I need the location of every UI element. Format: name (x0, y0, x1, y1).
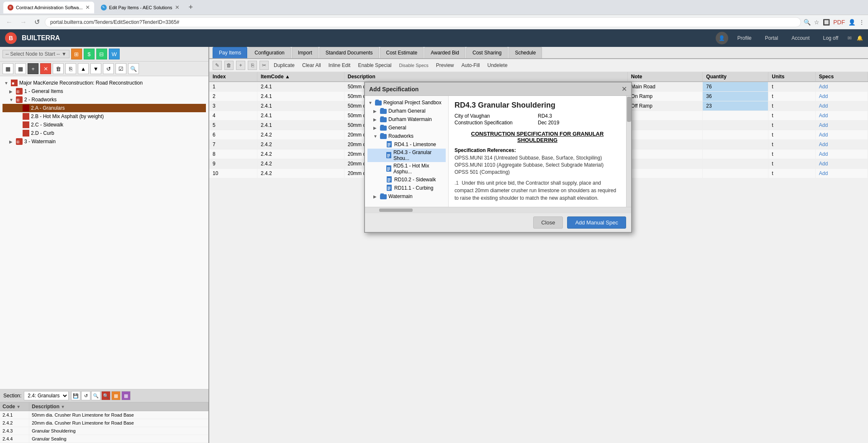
section-grid-btn[interactable]: ▦ (121, 391, 131, 400)
undelete-link[interactable]: Undelete (485, 62, 510, 68)
add-spec-link[interactable]: Add (819, 161, 828, 167)
inactive-tab[interactable]: ✎ Edit Pay Items - AEC Solutions ✕ (97, 2, 184, 13)
cell-specs[interactable]: Add (815, 149, 868, 159)
modal-tree-general[interactable]: ▶ General (367, 124, 446, 132)
cell-qty[interactable] (703, 159, 768, 169)
section-red-btn[interactable]: 🔍 (101, 391, 110, 400)
modal-tree-rd4-3[interactable]: RD4.3 - Granular Shou... (367, 149, 446, 162)
cell-specs[interactable]: Add (815, 92, 868, 101)
add-spec-link[interactable]: Add (819, 103, 828, 109)
section-save-btn[interactable]: 💾 (71, 391, 80, 400)
desc-filter-icon[interactable]: ▼ (61, 404, 65, 409)
add-spec-link[interactable]: Add (819, 113, 828, 118)
add-spec-link[interactable]: Add (819, 142, 828, 147)
modal-tree-rd10-2[interactable]: RD10.2 - Sidewalk (367, 175, 446, 184)
modal-tree-rd4-1[interactable]: RD4.1 - Limestone (367, 140, 446, 149)
toolbar-trash-btn[interactable]: 🗑 (53, 63, 64, 74)
modal-tree-regional[interactable]: ▼ Regional Project Sandbox (367, 98, 446, 107)
add-spec-link[interactable]: Add (819, 151, 828, 157)
portal-link[interactable]: Portal (761, 33, 782, 43)
toolbar-table-btn[interactable]: ⊟ (96, 49, 107, 59)
code-row-1[interactable]: 2.4.2 20mm dia. Crusher Run Limestone fo… (0, 419, 208, 427)
toolbar-grid-btn[interactable]: ⊞ (71, 49, 82, 59)
add-spec-link[interactable]: Add (819, 93, 828, 99)
modal-tree-rd5-1[interactable]: RD5.1 - Hot Mix Asphu... (367, 162, 446, 175)
disable-specs-link[interactable]: Disable Specs (396, 63, 431, 68)
cell-qty[interactable] (703, 169, 768, 178)
edit-icon[interactable]: ✎ (213, 61, 222, 70)
toolbar-refresh-btn[interactable]: ↺ (103, 63, 114, 74)
toolbar-up-btn[interactable]: ▲ (78, 63, 89, 74)
cell-qty[interactable] (703, 111, 768, 121)
notification-icon[interactable]: 🔔 (857, 35, 863, 41)
cell-specs[interactable]: Add (815, 82, 868, 92)
duplicate-link[interactable]: Duplicate (271, 62, 297, 68)
cell-qty[interactable] (703, 130, 768, 140)
mail-icon[interactable]: ✉ (847, 35, 852, 41)
section-search-btn[interactable]: 🔍 (91, 391, 100, 400)
auto-fill-link[interactable]: Auto-Fill (459, 62, 483, 68)
tab-awarded-bid[interactable]: Awarded Bid (424, 47, 465, 58)
add-manual-spec-btn[interactable]: Add Manual Spec (567, 216, 626, 229)
toolbar-grid3-btn[interactable]: ▦ (15, 63, 26, 74)
toolbar-doc-btn[interactable]: W (109, 49, 120, 59)
cell-qty[interactable]: 23 (703, 101, 768, 111)
code-filter-icon[interactable]: ▼ (16, 404, 21, 409)
tree-item-1[interactable]: ▶ ⊞ 1 - General Items (3, 87, 206, 95)
modal-hscroll[interactable] (365, 207, 631, 213)
cell-specs[interactable]: Add (815, 111, 868, 121)
logoff-link[interactable]: Log off (819, 33, 842, 43)
toolbar-delete-btn[interactable]: ✕ (40, 63, 51, 74)
code-row-3[interactable]: 2.4.4 Granular Sealing (0, 435, 208, 443)
modal-scrollthumb[interactable] (627, 97, 631, 122)
code-row-2[interactable]: 2.4.3 Granular Shouldering (0, 427, 208, 435)
tab-close-btn[interactable]: ✕ (85, 4, 90, 10)
modal-scrollbar[interactable] (626, 96, 631, 207)
tree-item-root[interactable]: ▼ ■ Major MacKenzie Reconstruction: Road… (3, 79, 206, 87)
address-bar[interactable] (45, 17, 801, 27)
modal-tree-durham-gen[interactable]: ▶ Durham General (367, 107, 446, 115)
trash-icon[interactable]: 🗑 (224, 61, 234, 70)
section-undo-btn[interactable]: ↺ (81, 391, 90, 400)
cell-specs[interactable]: Add (815, 159, 868, 169)
tab-cost-sharing[interactable]: Cost Sharing (466, 47, 508, 58)
toolbar-money-btn[interactable]: $ (84, 49, 95, 59)
toolbar-add-btn[interactable]: + (28, 63, 39, 74)
cell-qty[interactable]: 76 (703, 82, 768, 92)
cell-specs[interactable]: Add (815, 101, 868, 111)
tree-item-3[interactable]: ▶ ⊞ 3 - Watermain (3, 137, 206, 146)
back-btn[interactable]: ← (3, 18, 15, 27)
modal-tree-durham-water[interactable]: ▶ Durham Watermain (367, 115, 446, 124)
toolbar-copy-btn[interactable]: ⎘ (65, 63, 76, 74)
section-select[interactable]: 2.4: Granulars (24, 391, 69, 400)
th-itemcode[interactable]: ItemCode ▲ (257, 72, 344, 82)
modal-hscroll-thumb[interactable] (379, 209, 413, 212)
add-spec-link[interactable]: Add (819, 132, 828, 138)
reload-btn[interactable]: ↺ (32, 17, 42, 27)
section-orange-btn[interactable]: ▦ (111, 391, 121, 400)
forward-btn[interactable]: → (18, 18, 29, 27)
active-tab[interactable]: B Contract Administration Softwa... ✕ (3, 2, 94, 13)
clear-all-link[interactable]: Clear All (300, 62, 324, 68)
tree-item-2b[interactable]: 2.B - Hot Mix Asphalt (by weight) (3, 112, 206, 121)
toolbar-check-btn[interactable]: ☑ (116, 63, 126, 74)
add-spec-link[interactable]: Add (819, 84, 828, 90)
scissors-icon[interactable]: ✂ (259, 61, 269, 70)
tab-pay-items[interactable]: Pay Items (213, 47, 247, 58)
tab-cost-estimate[interactable]: Cost Estimate (380, 47, 424, 58)
node-selector[interactable]: -- Select Node to Start -- ▼ (3, 50, 69, 58)
cell-specs[interactable]: Add (815, 121, 868, 130)
tab2-close-btn[interactable]: ✕ (175, 4, 180, 10)
new-tab-btn[interactable]: + (186, 3, 196, 12)
cell-specs[interactable]: Add (815, 130, 868, 140)
tab-schedule[interactable]: Schedule (508, 47, 542, 58)
plus-icon[interactable]: + (236, 61, 245, 70)
modal-tree-watermain[interactable]: ▶ Watermain (367, 192, 446, 201)
cell-specs[interactable]: Add (815, 140, 868, 149)
inline-edit-link[interactable]: Inline Edit (326, 62, 353, 68)
tab-standard-docs[interactable]: Standard Documents (319, 47, 379, 58)
toolbar-down-btn[interactable]: ▼ (90, 63, 101, 74)
cell-qty[interactable] (703, 121, 768, 130)
toolbar-grid2-btn[interactable]: ▦ (3, 63, 13, 74)
copy-icon[interactable]: ⎘ (248, 61, 257, 70)
